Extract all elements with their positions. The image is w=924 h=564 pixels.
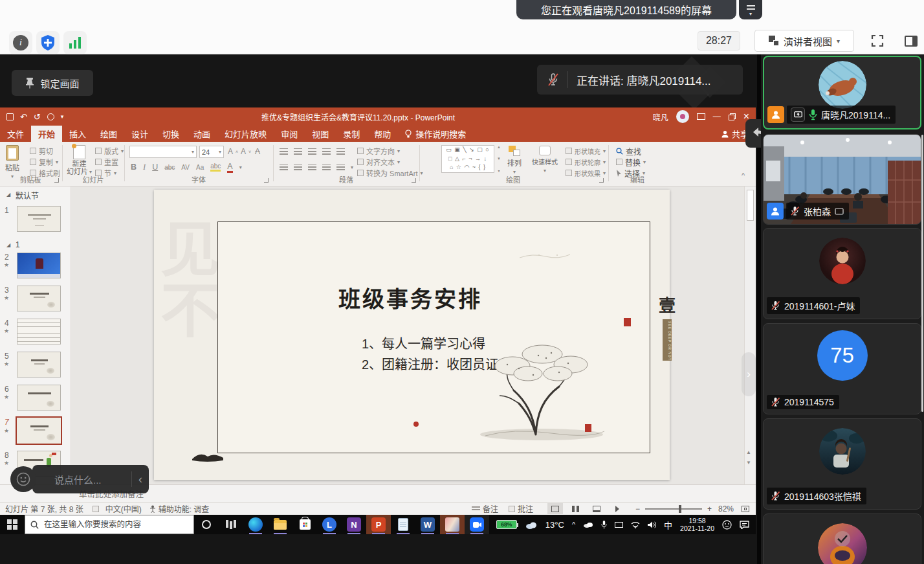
banner-menu-button[interactable]: ▾	[739, 0, 762, 19]
highlight-button[interactable]: abc	[210, 163, 221, 172]
notes-toggle[interactable]: 备注	[472, 503, 498, 514]
quick-styles-button[interactable]: 快速样式 ▾	[532, 146, 558, 174]
taskbar-edge[interactable]	[243, 515, 268, 534]
tell-me-search[interactable]: 操作说明搜索	[398, 126, 473, 142]
numbering-icon[interactable]	[294, 148, 302, 155]
italic-button[interactable]: I	[143, 163, 146, 172]
task-view-button[interactable]	[219, 515, 243, 534]
status-language[interactable]: 中文(中国)	[105, 503, 142, 514]
weather-temperature[interactable]: 13°C	[545, 520, 564, 530]
increase-indent-icon[interactable]	[322, 148, 331, 155]
text-direction-button[interactable]: 文字方向▾	[357, 146, 400, 155]
section-triangle-icon[interactable]: ◢	[6, 242, 10, 248]
font-size-combo[interactable]: 24▾	[199, 146, 224, 158]
decrease-indent-icon[interactable]	[308, 148, 316, 155]
participant-tile-partial[interactable]	[763, 513, 921, 564]
scrollbar-thumb[interactable]	[747, 190, 754, 221]
font-color-button[interactable]: A	[227, 162, 232, 173]
microphone-tray-icon[interactable]	[601, 521, 607, 529]
paragraph-dialog-launcher[interactable]	[412, 178, 416, 183]
align-left-icon[interactable]	[280, 164, 288, 171]
columns-icon[interactable]	[336, 164, 345, 171]
meeting-info-button[interactable]: i	[9, 31, 32, 54]
sidebar-collapse-handle[interactable]: ›	[742, 352, 756, 396]
account-avatar[interactable]	[676, 110, 689, 123]
tab-record[interactable]: 录制	[336, 126, 367, 142]
clear-format-button[interactable]: A	[255, 147, 260, 156]
tray-expand-icon[interactable]: ^	[572, 521, 575, 528]
font-dialog-launcher[interactable]	[264, 178, 269, 183]
comments-toggle[interactable]: 批注	[509, 503, 533, 514]
taskbar-photos-active[interactable]	[440, 515, 465, 534]
tab-review[interactable]: 审阅	[274, 126, 305, 142]
font-name-combo[interactable]: ▾	[129, 146, 197, 158]
tab-transitions[interactable]: 切换	[155, 126, 186, 142]
display-tray-icon[interactable]	[615, 522, 623, 528]
shape-outline-button[interactable]: 形状轮廓▾	[566, 157, 606, 166]
find-button[interactable]: 查找	[616, 146, 641, 155]
action-center-icon[interactable]	[740, 521, 749, 529]
slide-thumbnail-5[interactable]	[17, 352, 61, 378]
underline-button[interactable]: U	[152, 163, 158, 172]
chat-input-pill[interactable]: 说点什么... ‹	[32, 465, 149, 493]
chat-collapse-button[interactable]: ‹	[138, 473, 142, 486]
sidebar-scrollbar-thumb[interactable]	[921, 135, 923, 412]
slide-scrollbar[interactable]: ▲ ▼	[744, 186, 756, 484]
zoom-percentage[interactable]: 82%	[718, 504, 734, 513]
network-signal-button[interactable]	[63, 31, 87, 54]
news-smiley-icon[interactable]	[722, 520, 732, 530]
touch-mode-icon[interactable]	[47, 113, 54, 120]
taskbar-onenote[interactable]: N	[342, 515, 366, 534]
scroll-down-icon[interactable]: ▼	[746, 460, 751, 466]
normal-view-button[interactable]	[547, 503, 563, 514]
tab-help[interactable]: 帮助	[367, 126, 398, 142]
layout-panel-button[interactable]	[901, 30, 921, 51]
bold-button[interactable]: B	[131, 163, 137, 172]
reading-view-button[interactable]	[589, 503, 604, 514]
tab-home[interactable]: 开始	[31, 126, 62, 142]
tab-animations[interactable]: 动画	[186, 126, 217, 142]
slide-bullet-1[interactable]: 1、每人一篇学习心得	[362, 333, 485, 352]
slide-sorter-view-button[interactable]	[568, 503, 584, 514]
fullscreen-button[interactable]	[867, 30, 888, 51]
minimize-button[interactable]: —	[713, 112, 721, 121]
emoji-button[interactable]	[10, 466, 36, 492]
zoom-out-button[interactable]: −	[635, 504, 640, 513]
undo-icon[interactable]: ↶	[20, 112, 27, 122]
taskbar-word[interactable]: W	[415, 515, 440, 534]
slideshow-view-button[interactable]	[610, 503, 625, 514]
fit-to-window-icon[interactable]	[742, 506, 749, 512]
replace-button[interactable]: 替换▾	[616, 157, 646, 166]
slide-thumbnail-1[interactable]	[17, 206, 61, 232]
taskbar-notepad[interactable]	[391, 515, 415, 534]
align-text-button[interactable]: 对齐文本▾	[357, 157, 400, 166]
cut-button[interactable]: 剪切	[30, 146, 53, 155]
section-triangle-icon[interactable]: ◢	[6, 192, 10, 197]
justify-icon[interactable]	[322, 164, 331, 171]
reset-button[interactable]: 重置	[95, 157, 118, 166]
tab-insert[interactable]: 插入	[62, 126, 93, 142]
display-settings-icon[interactable]	[93, 506, 99, 512]
bullets-icon[interactable]	[280, 148, 288, 155]
zoom-in-button[interactable]: +	[707, 504, 712, 513]
taskbar-search-box[interactable]	[25, 515, 194, 534]
ribbon-display-options-icon[interactable]	[697, 113, 705, 120]
zoom-slider[interactable]	[645, 508, 702, 510]
tab-view[interactable]: 视图	[305, 126, 336, 142]
participant-tile-kaiqi[interactable]: 2019114603张恺祺	[763, 418, 921, 510]
taskbar-meeting-app[interactable]	[465, 515, 489, 534]
battery-indicator[interactable]: 68%	[496, 520, 517, 529]
copy-button[interactable]: 复制▾	[30, 157, 58, 166]
taskbar-store[interactable]	[292, 515, 317, 534]
new-slide-button[interactable]: 新建 幻灯片▾	[67, 145, 92, 175]
participant-tile-zhang[interactable]: 张柏森	[763, 134, 921, 225]
taskbar-clock[interactable]: 19:58 2021-11-20	[680, 517, 714, 532]
tab-design[interactable]: 设计	[124, 126, 155, 142]
line-spacing-icon[interactable]	[336, 148, 345, 155]
taskbar-search-input[interactable]	[44, 520, 186, 529]
clipboard-dialog-launcher[interactable]	[54, 178, 59, 183]
strikethrough-button[interactable]: abc	[164, 164, 175, 171]
tab-slideshow[interactable]: 幻灯片放映	[217, 126, 274, 142]
change-case-button[interactable]: Aa	[196, 164, 204, 171]
security-shield-button[interactable]	[36, 31, 60, 54]
